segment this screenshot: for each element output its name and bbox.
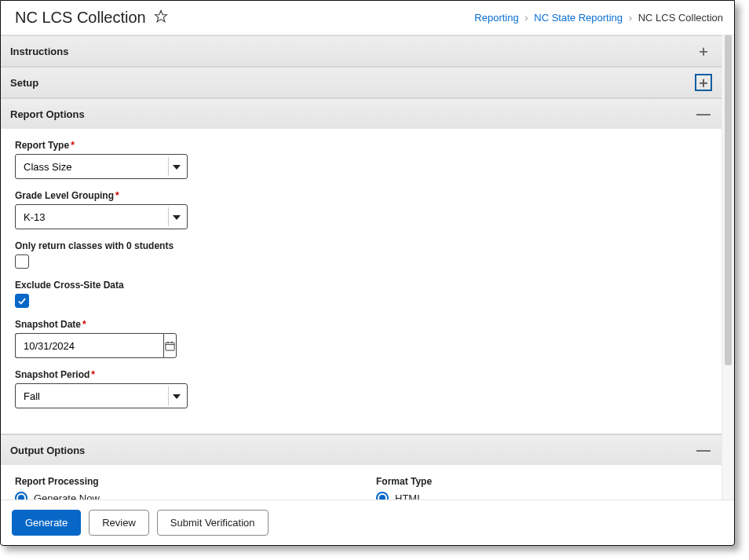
required-marker: *: [115, 190, 119, 201]
only-zero-checkbox[interactable]: [15, 254, 29, 269]
radio-icon: [15, 492, 27, 500]
section-instructions-label: Instructions: [10, 46, 68, 57]
exclude-cross-label: Exclude Cross-Site Data: [15, 280, 707, 291]
snapshot-period-select[interactable]: Fall: [15, 383, 188, 408]
exclude-cross-checkbox[interactable]: [15, 294, 29, 308]
snapshot-period-label: Snapshot Period*: [15, 369, 707, 380]
grade-level-label: Grade Level Grouping*: [15, 190, 707, 201]
radio-generate-now[interactable]: Generate Now: [15, 492, 329, 500]
chevron-right-icon: ›: [521, 12, 531, 24]
section-output-options-header[interactable]: Output Options —: [1, 434, 722, 465]
section-setup-label: Setup: [10, 77, 38, 89]
required-marker: *: [82, 319, 86, 330]
snapshot-date-input[interactable]: [15, 333, 163, 358]
collapse-icon[interactable]: —: [695, 105, 712, 123]
page-header: NC LCS Collection Reporting › NC State R…: [1, 1, 734, 35]
radio-icon: [376, 492, 389, 500]
section-instructions-header[interactable]: Instructions ＋: [1, 35, 722, 66]
expand-icon[interactable]: ＋: [695, 74, 712, 91]
report-type-select[interactable]: Class Size: [15, 154, 188, 179]
breadcrumb-reporting[interactable]: Reporting: [474, 12, 518, 24]
footer-actions: Generate Review Submit Verification: [1, 500, 734, 545]
submit-verification-button[interactable]: Submit Verification: [157, 510, 269, 536]
svg-marker-0: [155, 11, 166, 22]
radio-format-html[interactable]: HTML: [376, 492, 690, 500]
review-button[interactable]: Review: [89, 510, 149, 536]
breadcrumb-current: NC LCS Collection: [638, 12, 723, 24]
breadcrumb-nc-state-reporting[interactable]: NC State Reporting: [534, 12, 623, 24]
section-output-options-label: Output Options: [10, 445, 85, 456]
report-type-label: Report Type*: [15, 140, 707, 151]
required-marker: *: [71, 140, 75, 151]
scrollbar[interactable]: [722, 35, 734, 500]
collapse-icon[interactable]: —: [695, 441, 712, 459]
chevron-right-icon: ›: [626, 12, 635, 24]
scrollbar-thumb[interactable]: [725, 35, 732, 365]
expand-icon[interactable]: ＋: [695, 42, 712, 60]
generate-button[interactable]: Generate: [12, 510, 81, 536]
favorite-star-icon[interactable]: [154, 9, 168, 26]
calendar-icon[interactable]: [163, 333, 177, 358]
section-report-options-label: Report Options: [10, 108, 85, 120]
snapshot-date-label: Snapshot Date*: [15, 319, 707, 330]
report-processing-label: Report Processing: [15, 476, 329, 487]
grade-level-select[interactable]: K-13: [15, 204, 188, 229]
required-marker: *: [91, 369, 95, 380]
format-type-label: Format Type: [376, 476, 690, 487]
section-setup-header[interactable]: Setup ＋: [1, 67, 722, 97]
section-report-options-header[interactable]: Report Options —: [1, 98, 722, 129]
svg-rect-1: [166, 342, 174, 350]
breadcrumb: Reporting › NC State Reporting › NC LCS …: [474, 12, 723, 24]
page-title: NC LCS Collection: [15, 9, 146, 27]
only-zero-label: Only return classes with 0 students: [15, 240, 707, 251]
